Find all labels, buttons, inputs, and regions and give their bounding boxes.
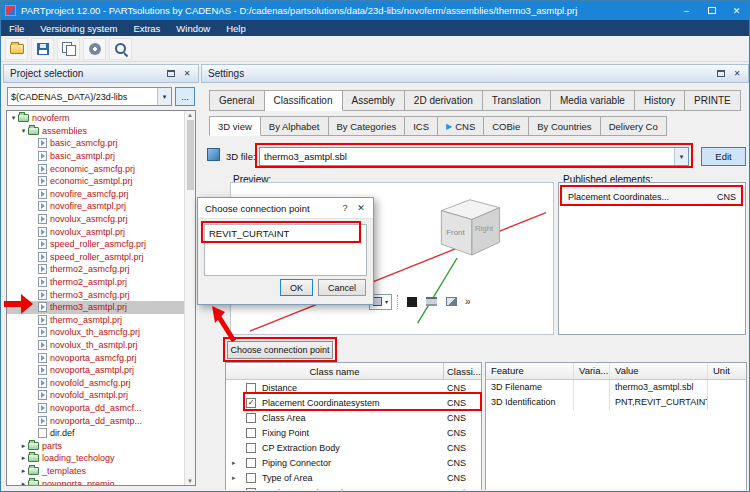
tree-item-thermo3-asmcfg-prj[interactable]: thermo3_asmcfg.prj: [7, 288, 195, 301]
cancel-button[interactable]: Cancel: [318, 279, 366, 296]
class-row-placement-coordinatesystem[interactable]: ✓Placement CoordinatesystemCNS: [226, 395, 481, 410]
maximize-button[interactable]: [699, 1, 724, 20]
float-panel-button[interactable]: [163, 67, 179, 81]
menu-window[interactable]: Window: [168, 20, 218, 36]
tree-item-novoferm[interactable]: ▾novoferm: [7, 112, 195, 125]
choose-connection-point-button[interactable]: Choose connection point: [227, 341, 333, 359]
connection-point-item[interactable]: REVIT_CURTAINT: [205, 225, 366, 241]
variable-header[interactable]: Varia...: [574, 363, 610, 379]
float-settings-button[interactable]: [713, 67, 729, 81]
tree-item-novolux-th-asmtpl-prj[interactable]: novolux_th_asmtpl.prj: [7, 339, 195, 352]
shaded-view-button[interactable]: [403, 294, 420, 310]
tab-translation[interactable]: Translation: [483, 90, 551, 111]
class-row-class-area[interactable]: Class AreaCNS: [226, 410, 481, 425]
checkbox[interactable]: [246, 458, 256, 468]
feature-row-3d-identification[interactable]: 3D IdentificationPNT,REVIT_CURTAINT: [486, 395, 746, 410]
checkbox[interactable]: [246, 383, 256, 393]
tree-item-basic-asmcfg-prj[interactable]: basic_asmcfg.prj: [7, 137, 195, 150]
search-button[interactable]: [109, 38, 132, 60]
tree-item-basic-asmtpl-prj[interactable]: basic_asmtpl.prj: [7, 150, 195, 163]
tab-assembly[interactable]: Assembly: [343, 90, 405, 111]
checkbox[interactable]: [246, 443, 256, 453]
checkbox[interactable]: ✓: [246, 398, 256, 408]
section-view-button[interactable]: [443, 294, 460, 310]
feature-header[interactable]: Feature: [486, 363, 574, 379]
tab-history[interactable]: History: [635, 90, 685, 111]
menu-help[interactable]: Help: [218, 20, 254, 36]
tree-item-novoporta-premio[interactable]: ▸novoporta_premio: [7, 477, 195, 486]
tree-item-novolux-asmcfg-prj[interactable]: novolux_asmcfg.prj: [7, 213, 195, 226]
tree-item-novofire-asmcfg-prj[interactable]: novofire_asmcfg.prj: [7, 188, 195, 201]
class-row-piping-connector[interactable]: ▸Piping ConnectorCNS: [226, 455, 481, 470]
checkbox[interactable]: [246, 428, 256, 438]
subtab-cobie[interactable]: COBie: [484, 116, 529, 136]
subtab-cns[interactable]: ▶CNS: [438, 116, 484, 136]
close-panel-button[interactable]: ✕: [179, 67, 195, 81]
project-path-combo[interactable]: $(CADENAS_DATA)/23d-libs ▾: [7, 87, 172, 106]
tab-general[interactable]: General: [209, 90, 265, 111]
tree-item-thermo2-asmtpl-prj[interactable]: thermo2_asmtpl.prj: [7, 276, 195, 289]
chevron-down-icon[interactable]: ▾: [674, 148, 688, 165]
subtab-by-categories[interactable]: By Categories: [329, 116, 406, 136]
chevron-down-icon[interactable]: ▾: [157, 88, 171, 105]
checkbox[interactable]: [246, 488, 256, 491]
expander-icon[interactable]: ▾: [9, 114, 18, 122]
menu-file[interactable]: File: [1, 20, 32, 36]
tree-item-economic-asmcfg-prj[interactable]: economic_asmcfg.prj: [7, 162, 195, 175]
menu-extras[interactable]: Extras: [125, 20, 168, 36]
tree-item-novofold-asmcfg-prj[interactable]: novofold_asmcfg.prj: [7, 376, 195, 389]
more-tools-chevron[interactable]: »: [465, 296, 471, 307]
edit-button[interactable]: Edit: [701, 147, 746, 166]
tree-item-novoporta-dd-asmtp[interactable]: novoporta_dd_asmtp...: [7, 414, 195, 427]
subtab-3d-view[interactable]: 3D view: [209, 116, 261, 136]
layers-view-button[interactable]: [423, 294, 440, 310]
expander-icon[interactable]: ▸: [19, 480, 28, 486]
dialog-help-button[interactable]: ?: [337, 201, 353, 215]
tree-item-loading-techology[interactable]: ▸loading_techology: [7, 452, 195, 465]
tree-item-novoporta-asmtpl-prj[interactable]: novoporta_asmtpl.prj: [7, 364, 195, 377]
close-button[interactable]: ✕: [724, 1, 749, 20]
tree-item-thermo2-asmcfg-prj[interactable]: thermo2_asmcfg.prj: [7, 263, 195, 276]
tab-printe[interactable]: PRINTE: [685, 90, 741, 111]
tree-item-thermo-asmtpl-prj[interactable]: thermo_asmtpl.prj: [7, 314, 195, 327]
tree-item-novoporta-dd-asmcf[interactable]: novoporta_dd_asmcf...: [7, 402, 195, 415]
tree-item-novolux-asmtpl-prj[interactable]: novolux_asmtpl.prj: [7, 225, 195, 238]
class-row-cp-extraction-body[interactable]: CP Extraction BodyCNS: [226, 440, 481, 455]
close-settings-button[interactable]: ✕: [729, 67, 745, 81]
scroll-up-icon[interactable]: ▲: [187, 112, 193, 118]
subtab-by-alphabet[interactable]: By Alphabet: [261, 116, 329, 136]
feature-row-3d-filename[interactable]: 3D Filenamethermo3_asmtpl.sbl: [486, 380, 746, 395]
class-row-distance[interactable]: DistanceCNS: [226, 380, 481, 395]
tab-2d-derivation[interactable]: 2D derivation: [405, 90, 483, 111]
expander-icon[interactable]: ▸: [19, 442, 28, 450]
tree-scrollbar[interactable]: ▲ ▼: [184, 111, 195, 485]
expander-icon[interactable]: ▸: [19, 454, 28, 462]
dialog-title-bar[interactable]: Choose connection point ? ✕: [198, 198, 373, 219]
expander-icon[interactable]: ▸: [19, 467, 28, 475]
expander-icon[interactable]: ▾: [19, 127, 28, 135]
class-row-revit-connection-points[interactable]: ▸Revit connection pointsRevit: [226, 485, 481, 490]
3d-file-combo[interactable]: thermo3_asmtpl.sbl ▾: [259, 147, 689, 166]
dialog-close-button[interactable]: ✕: [353, 201, 369, 215]
tree-item-speed-roller-asmtpl-prj[interactable]: speed_roller_asmtpl.prj: [7, 251, 195, 264]
subtab-ics[interactable]: ICS: [405, 116, 438, 136]
tree-item-novofire-asmtpl-prj[interactable]: novofire_asmtpl.prj: [7, 200, 195, 213]
tree-item-templates[interactable]: ▸_templates: [7, 465, 195, 478]
class-row-fixing-point[interactable]: Fixing PointCNS: [226, 425, 481, 440]
tree-item-dir-def[interactable]: dir.def: [7, 427, 195, 440]
tree-item-novoporta-asmcfg-prj[interactable]: novoporta_asmcfg.prj: [7, 351, 195, 364]
ok-button[interactable]: OK: [280, 279, 313, 296]
class-row-type-of-area[interactable]: ▸Type of AreaCNS: [226, 470, 481, 485]
tree-item-economic-asmtpl-prj[interactable]: economic_asmtpl.prj: [7, 175, 195, 188]
class-name-header[interactable]: Class name: [226, 363, 444, 379]
tab-media-variable[interactable]: Media variable: [551, 90, 635, 111]
tree-item-novofold-asmtpl-prj[interactable]: novofold_asmtpl.prj: [7, 389, 195, 402]
classification-header[interactable]: Classi...: [444, 363, 481, 379]
unit-header[interactable]: Unit: [708, 363, 746, 379]
menu-versioning-system[interactable]: Versioning system: [32, 20, 125, 36]
browse-button[interactable]: ...: [175, 87, 195, 106]
subtab-delivery-co[interactable]: Delivery Co: [601, 116, 667, 136]
minimize-button[interactable]: –: [674, 1, 699, 20]
tree-item-assemblies[interactable]: ▾assemblies: [7, 125, 195, 138]
tree-item-speed-roller-asmcfg-prj[interactable]: speed_roller_asmcfg.prj: [7, 238, 195, 251]
